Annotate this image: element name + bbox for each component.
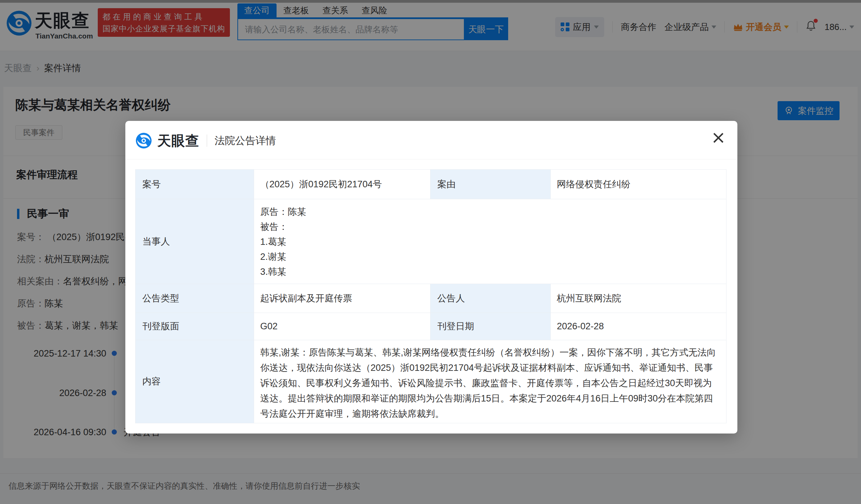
table-value-announcement-type: 起诉状副本及开庭传票 (254, 284, 430, 313)
announcement-table: 案号 （2025）浙0192民初21704号 案由 网络侵权责任纠纷 当事人 原… (135, 169, 726, 423)
party-line: 原告：陈某 (260, 204, 720, 219)
table-label-cause: 案由 (430, 169, 550, 199)
table-label-announcement-type: 公告类型 (136, 284, 254, 313)
table-label-announcer: 公告人 (430, 284, 550, 313)
table-value-page-layout: G02 (254, 313, 430, 340)
table-value-announcer: 杭州互联网法院 (551, 284, 726, 313)
table-label-parties: 当事人 (136, 199, 254, 284)
page: 天眼查 TianYanCha.com 都在用的商业查询工具 国家中小企业发展子基… (0, 0, 861, 504)
table-value-cause: 网络侵权责任纠纷 (551, 169, 726, 199)
tyc-logo-icon (136, 133, 152, 149)
party-line: 3.韩某 (260, 264, 720, 279)
table-label-case-no: 案号 (136, 169, 254, 199)
table-label-page-layout: 刊登版面 (136, 313, 254, 340)
table-value-case-no: （2025）浙0192民初21704号 (254, 169, 430, 199)
table-label-content: 内容 (136, 340, 254, 423)
table-value-publish-date: 2026-02-28 (551, 313, 726, 340)
party-line: 2.谢某 (260, 249, 720, 264)
modal-header: 天眼查 法院公告详情 (136, 131, 276, 150)
divider (125, 159, 737, 159)
court-announcement-modal: 天眼查 法院公告详情 × 案号 （2025）浙0192民初21704号 案由 网… (125, 121, 737, 434)
table-value-parties: 原告：陈某 被告： 1.葛某 2.谢某 3.韩某 (254, 199, 726, 284)
party-line: 被告： (260, 219, 720, 234)
party-line: 1.葛某 (260, 234, 720, 249)
close-icon[interactable]: × (711, 128, 726, 146)
modal-title: 法院公告详情 (215, 134, 276, 148)
divider (207, 135, 207, 147)
table-label-publish-date: 刊登日期 (430, 313, 550, 340)
table-value-content: 韩某,谢某：原告陈某与葛某、韩某,谢某网络侵权责任纠纷（名誉权纠纷）一案，因你下… (254, 340, 726, 423)
modal-brand: 天眼查 (158, 132, 199, 150)
